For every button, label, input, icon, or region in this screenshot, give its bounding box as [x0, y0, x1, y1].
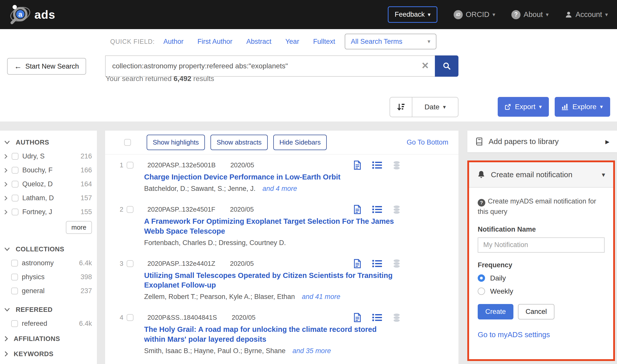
- facet-item-collection[interactable]: general 237: [0, 284, 97, 298]
- result-title-link[interactable]: The Holy Grail: A road map for unlocking…: [144, 325, 398, 344]
- facet-item-collection[interactable]: astronomy 6.4k: [0, 256, 97, 270]
- notification-panel-header[interactable]: Create email notification ▾: [469, 162, 613, 188]
- facet-item-collection[interactable]: physics 398: [0, 270, 97, 284]
- go-to-myads-settings-link[interactable]: Go to myADS settings: [478, 331, 550, 339]
- result-body: Charge Injection Device Performance in L…: [144, 172, 398, 193]
- notification-buttons: Create Cancel: [478, 304, 605, 319]
- quick-field-link[interactable]: Abstract: [246, 38, 272, 46]
- citations-list-icon[interactable]: [372, 161, 382, 169]
- facet-checkbox[interactable]: [12, 195, 18, 201]
- result-more-authors-link[interactable]: and 35 more: [293, 347, 331, 355]
- sort-field-dropdown[interactable]: Date ▾: [412, 97, 458, 117]
- authors-more-button[interactable]: more: [66, 221, 92, 234]
- citations-list-icon[interactable]: [372, 314, 382, 321]
- create-email-notification-panel: Create email notification ▾ ?Create myAD…: [467, 160, 615, 361]
- result-checkbox[interactable]: [127, 162, 133, 169]
- facet-checkbox[interactable]: [11, 320, 18, 327]
- facet-checkbox[interactable]: [11, 274, 18, 280]
- facet-item-author[interactable]: Udry, S 216: [0, 149, 97, 163]
- chevron-down-icon: [4, 140, 10, 144]
- abstract-document-icon[interactable]: [354, 313, 361, 322]
- facet-header-authors[interactable]: AUTHORS: [0, 135, 97, 149]
- hide-sidebars-button[interactable]: Hide Sidebars: [273, 135, 327, 150]
- frequency-daily-option[interactable]: Daily: [478, 274, 605, 282]
- facet-header-collections[interactable]: COLLECTIONS: [0, 242, 97, 256]
- result-checkbox[interactable]: [127, 314, 133, 321]
- sort-direction-button[interactable]: [390, 97, 412, 117]
- account-menu[interactable]: Account ▾: [565, 10, 608, 19]
- clear-search-icon[interactable]: ×: [422, 59, 429, 71]
- facet-header-publications[interactable]: PUBLICATIONS: [0, 362, 97, 364]
- facet-checkbox[interactable]: [12, 209, 18, 215]
- quick-field-link[interactable]: Fulltext: [313, 38, 335, 46]
- sort-control[interactable]: Date ▾: [390, 97, 458, 117]
- result-row: 5 2020MNRAS.494L..69A 2020/05 cited: 1: [105, 361, 458, 364]
- facet-item-author[interactable]: Latham, D 157: [0, 191, 97, 205]
- quick-field-link[interactable]: Author: [163, 38, 184, 46]
- result-title-link[interactable]: A Framework For Optimizing Exoplanet Tar…: [144, 216, 398, 236]
- data-products-icon[interactable]: [393, 313, 400, 322]
- facet-item-author[interactable]: Bouchy, F 166: [0, 163, 97, 177]
- result-more-authors-link[interactable]: and 4 more: [262, 185, 297, 192]
- feedback-button[interactable]: Feedback ▾: [388, 6, 437, 23]
- citations-list-icon[interactable]: [372, 206, 382, 213]
- orcid-menu[interactable]: iD ORCID ▾: [454, 10, 495, 19]
- abstract-document-icon[interactable]: [354, 259, 361, 268]
- data-products-icon[interactable]: [393, 259, 400, 268]
- facet-item-refereed[interactable]: refereed 6.4k: [0, 317, 97, 331]
- facet-item-author[interactable]: Fortney, J 155: [0, 205, 97, 219]
- start-new-search-button[interactable]: ← Start New Search: [7, 58, 86, 75]
- bar-chart-icon: [561, 103, 569, 110]
- result-checkbox[interactable]: [127, 206, 133, 213]
- quick-field-link[interactable]: Year: [285, 38, 299, 46]
- search-input[interactable]: [105, 55, 435, 77]
- facet-title-refereed: REFEREED: [16, 306, 53, 314]
- result-title-link[interactable]: Utilizing Small Telescopes Operated by C…: [144, 271, 398, 290]
- about-menu[interactable]: ? About ▾: [511, 10, 549, 19]
- facet-checkbox[interactable]: [12, 167, 18, 174]
- export-button[interactable]: Export ▾: [498, 97, 549, 117]
- svg-text:a: a: [18, 10, 22, 18]
- result-title-link[interactable]: Charge Injection Device Performance in L…: [144, 172, 398, 182]
- daily-radio[interactable]: [478, 274, 485, 282]
- facet-item-author[interactable]: Queloz, D 164: [0, 177, 97, 191]
- all-search-terms-dropdown[interactable]: All Search Terms ▾: [345, 34, 436, 49]
- result-date: 2020/05: [230, 161, 254, 169]
- weekly-radio[interactable]: [478, 288, 485, 295]
- facet-section-refereed: REFEREED refereed 6.4k: [0, 298, 97, 331]
- abstract-document-icon[interactable]: [354, 205, 361, 214]
- ads-brand[interactable]: a ads: [9, 4, 55, 25]
- facet-header-keywords[interactable]: KEYWORDS: [0, 347, 97, 361]
- show-abstracts-button[interactable]: Show abstracts: [210, 135, 268, 150]
- result-more-authors-link[interactable]: and 41 more: [302, 293, 340, 300]
- result-checkbox[interactable]: [127, 260, 133, 267]
- abstract-document-icon[interactable]: [354, 160, 361, 170]
- result-icons: [354, 259, 400, 268]
- facet-title-affiliations: AFFILIATIONS: [14, 335, 60, 343]
- data-products-icon[interactable]: [393, 205, 400, 214]
- facet-checkbox[interactable]: [12, 181, 18, 188]
- notification-name-input[interactable]: [478, 237, 605, 253]
- select-all-checkbox[interactable]: [124, 139, 131, 146]
- go-to-bottom-link[interactable]: Go To Bottom: [407, 138, 448, 146]
- search-submit-button[interactable]: [435, 55, 458, 77]
- facet-header-refereed[interactable]: REFEREED: [0, 302, 97, 317]
- add-papers-to-library-bar[interactable]: Add papers to library ▸: [467, 131, 617, 152]
- create-button[interactable]: Create: [478, 304, 513, 319]
- frequency-weekly-option[interactable]: Weekly: [478, 287, 605, 295]
- facet-item-count: 6.4k: [79, 259, 92, 267]
- results-panel: Show highlights Show abstracts Hide Side…: [105, 131, 458, 364]
- cancel-button[interactable]: Cancel: [518, 304, 554, 319]
- citations-list-icon[interactable]: [372, 260, 382, 268]
- quick-field-link[interactable]: First Author: [197, 38, 232, 46]
- data-products-icon[interactable]: [393, 161, 400, 170]
- facet-title-collections: COLLECTIONS: [16, 245, 64, 253]
- results-toolbar-buttons: Show highlights Show abstracts Hide Side…: [147, 135, 327, 150]
- facet-checkbox[interactable]: [11, 288, 18, 294]
- facet-item-count: 157: [81, 194, 92, 202]
- show-highlights-button[interactable]: Show highlights: [147, 135, 205, 150]
- facet-checkbox[interactable]: [11, 260, 18, 267]
- facet-checkbox[interactable]: [12, 153, 18, 160]
- facet-header-affiliations[interactable]: AFFILIATIONS: [0, 332, 97, 346]
- explore-button[interactable]: Explore ▾: [555, 97, 610, 117]
